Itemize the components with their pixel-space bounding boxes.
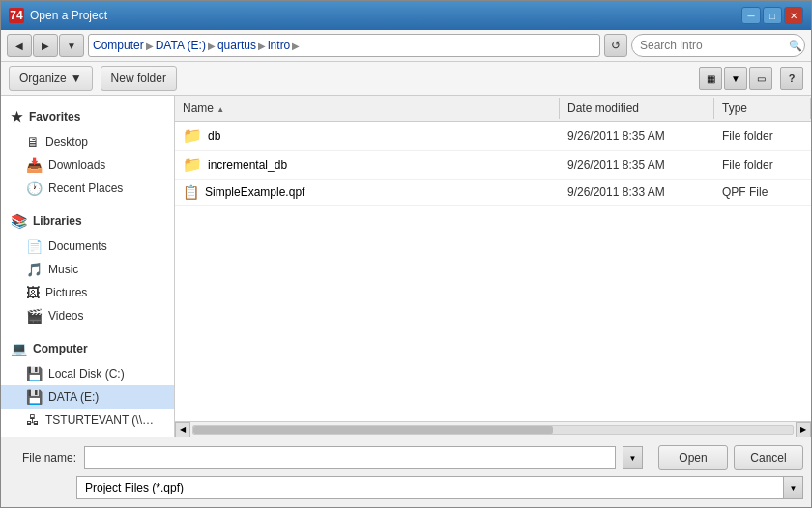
sidebar-item-label: Videos bbox=[48, 309, 83, 323]
organize-dropdown-icon: ▼ bbox=[71, 71, 82, 85]
file-name-cell: 📋 SimpleExample.qpf bbox=[175, 183, 560, 202]
table-row[interactable]: 📋 SimpleExample.qpf 9/26/2011 8:33 AM QP… bbox=[175, 180, 811, 206]
file-type-row: Project Files (*.qpf) ▼ bbox=[9, 476, 803, 499]
organize-label: Organize bbox=[19, 71, 67, 85]
libraries-section[interactable]: 📚 Libraries bbox=[1, 208, 174, 235]
maximize-button[interactable]: □ bbox=[763, 7, 782, 24]
sidebar-item-recent-places[interactable]: 🕐 Recent Places bbox=[1, 177, 174, 200]
documents-icon: 📄 bbox=[26, 239, 43, 254]
search-icon[interactable]: 🔍 bbox=[789, 40, 802, 52]
action-buttons: Open Cancel bbox=[658, 445, 803, 470]
breadcrumb-computer[interactable]: Computer bbox=[93, 39, 144, 52]
folder-icon: 📁 bbox=[183, 155, 202, 174]
breadcrumb-bar[interactable]: Computer ▶ DATA (E:) ▶ quartus ▶ intro ▶ bbox=[88, 34, 600, 57]
h-scroll-right[interactable]: ▶ bbox=[796, 422, 811, 437]
favorites-icon: ★ bbox=[11, 109, 23, 125]
file-date-cell: 9/26/2011 8:35 AM bbox=[560, 127, 714, 145]
help-button[interactable]: ? bbox=[780, 67, 803, 90]
view-dropdown-button[interactable]: ▼ bbox=[724, 67, 747, 90]
dialog-title: Open a Project bbox=[30, 9, 741, 22]
layout-button[interactable]: ▭ bbox=[749, 67, 772, 90]
file-date-cell: 9/26/2011 8:35 AM bbox=[560, 156, 714, 174]
local-disk-icon: 💾 bbox=[26, 366, 43, 381]
sidebar-item-downloads[interactable]: 📥 Downloads bbox=[1, 154, 174, 177]
qpf-file-icon: 📋 bbox=[183, 184, 199, 200]
file-name-dropdown-button[interactable]: ▼ bbox=[624, 446, 643, 469]
new-folder-button[interactable]: New folder bbox=[101, 66, 177, 91]
sidebar-item-tsturtevant[interactable]: 🖧 TSTURTEVANT (\\WLCL03_WLFS01_SERVER\WL… bbox=[1, 409, 174, 432]
file-date-cell: 9/26/2011 8:33 AM bbox=[560, 183, 714, 201]
videos-icon: 🎬 bbox=[26, 308, 43, 324]
recent-places-icon: 🕐 bbox=[26, 181, 43, 196]
favorites-section[interactable]: ★ Favorites bbox=[1, 103, 174, 130]
sidebar-item-label: Downloads bbox=[48, 158, 105, 172]
minimize-button[interactable]: ─ bbox=[741, 7, 761, 24]
computer-section[interactable]: 💻 Computer bbox=[1, 335, 174, 362]
title-bar: 74 Open a Project ─ □ ✕ bbox=[1, 1, 811, 30]
file-name-cell: 📁 incremental_db bbox=[175, 154, 560, 176]
sidebar-item-documents[interactable]: 📄 Documents bbox=[1, 235, 174, 258]
col-header-type[interactable]: Type bbox=[714, 98, 811, 119]
col-header-date[interactable]: Date modified bbox=[560, 98, 714, 119]
music-icon: 🎵 bbox=[26, 262, 43, 277]
downloads-icon: 📥 bbox=[26, 157, 43, 173]
view-mode-button[interactable]: ▦ bbox=[699, 67, 722, 90]
path-dropdown-button[interactable]: ▼ bbox=[59, 34, 84, 57]
file-type-select[interactable]: Project Files (*.qpf) bbox=[76, 476, 784, 499]
sidebar-item-videos[interactable]: 🎬 Videos bbox=[1, 304, 174, 327]
sort-arrow: ▲ bbox=[217, 105, 224, 114]
breadcrumb-datae[interactable]: DATA (E:) bbox=[156, 39, 206, 52]
sidebar-item-data-e[interactable]: 💾 DATA (E:) bbox=[1, 385, 174, 409]
data-e-icon: 💾 bbox=[26, 389, 43, 405]
favorites-label: Favorites bbox=[29, 110, 80, 124]
file-name-input[interactable] bbox=[84, 446, 616, 469]
file-name-text: db bbox=[208, 129, 220, 143]
sidebar-item-label: DATA (E:) bbox=[48, 390, 99, 404]
file-list: 📁 db 9/26/2011 8:35 AM File folder 📁 inc… bbox=[175, 122, 811, 421]
file-name-text: SimpleExample.qpf bbox=[205, 185, 304, 199]
table-row[interactable]: 📁 incremental_db 9/26/2011 8:35 AM File … bbox=[175, 151, 811, 180]
sidebar-item-pictures[interactable]: 🖼 Pictures bbox=[1, 281, 174, 304]
open-button[interactable]: Open bbox=[658, 445, 728, 470]
file-list-header: Name ▲ Date modified Type bbox=[175, 96, 811, 122]
sidebar-item-music[interactable]: 🎵 Music bbox=[1, 258, 174, 281]
sidebar-item-label: Recent Places bbox=[48, 182, 123, 195]
sidebar-item-label: Documents bbox=[48, 240, 107, 253]
horizontal-scrollbar[interactable]: ◀ ▶ bbox=[175, 421, 811, 437]
file-type-dropdown-button[interactable]: ▼ bbox=[784, 476, 803, 499]
cancel-button[interactable]: Cancel bbox=[734, 445, 803, 470]
folder-icon: 📁 bbox=[183, 127, 202, 145]
breadcrumb-intro[interactable]: intro bbox=[268, 39, 290, 52]
search-input[interactable] bbox=[640, 39, 785, 52]
address-bar: ◀ ▶ ▼ Computer ▶ DATA (E:) ▶ quartus ▶ i… bbox=[1, 30, 811, 62]
title-bar-buttons: ─ □ ✕ bbox=[741, 7, 803, 24]
file-name-cell: 📁 db bbox=[175, 125, 560, 147]
network-drive-icon: 🖧 bbox=[26, 412, 40, 428]
h-scroll-left[interactable]: ◀ bbox=[175, 422, 190, 437]
forward-button[interactable]: ▶ bbox=[33, 34, 58, 57]
h-scroll-track[interactable] bbox=[192, 425, 794, 435]
app-icon: 74 bbox=[9, 8, 24, 23]
sidebar-item-local-disk[interactable]: 💾 Local Disk (C:) bbox=[1, 362, 174, 385]
breadcrumb-quartus[interactable]: quartus bbox=[218, 39, 256, 52]
desktop-icon: 🖥 bbox=[26, 134, 40, 150]
main-content: ★ Favorites 🖥 Desktop 📥 Downloads 🕐 Rece… bbox=[1, 96, 811, 437]
left-panel: ★ Favorites 🖥 Desktop 📥 Downloads 🕐 Rece… bbox=[1, 96, 175, 437]
h-scroll-thumb bbox=[193, 426, 553, 434]
file-type-value: Project Files (*.qpf) bbox=[85, 481, 184, 494]
file-name-row: File name: ▼ Open Cancel bbox=[9, 445, 803, 470]
pictures-icon: 🖼 bbox=[26, 285, 40, 300]
table-row[interactable]: 📁 db 9/26/2011 8:35 AM File folder bbox=[175, 122, 811, 151]
computer-icon: 💻 bbox=[11, 341, 27, 356]
file-name-text: incremental_db bbox=[208, 158, 287, 172]
col-header-name[interactable]: Name ▲ bbox=[175, 98, 560, 119]
back-button[interactable]: ◀ bbox=[7, 34, 32, 57]
bottom-bar: File name: ▼ Open Cancel Project Files (… bbox=[1, 437, 811, 507]
nav-buttons: ◀ ▶ ▼ bbox=[7, 34, 84, 57]
refresh-button[interactable]: ↺ bbox=[604, 34, 627, 57]
file-name-label: File name: bbox=[9, 451, 76, 465]
sidebar-item-desktop[interactable]: 🖥 Desktop bbox=[1, 130, 174, 154]
close-button[interactable]: ✕ bbox=[784, 7, 803, 24]
organize-button[interactable]: Organize ▼ bbox=[9, 66, 93, 91]
file-type-cell: File folder bbox=[714, 127, 811, 145]
